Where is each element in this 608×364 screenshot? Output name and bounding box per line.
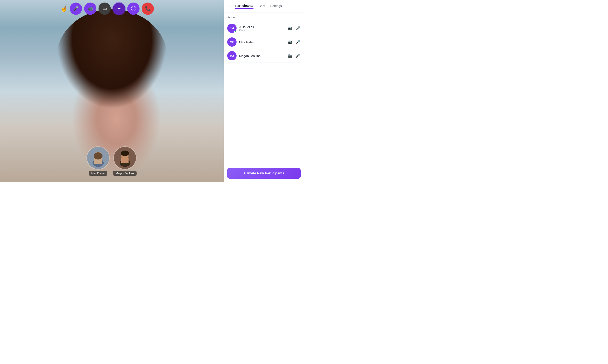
camera-icon-megan[interactable]: 📷 [288,53,293,58]
mic-icon-max[interactable]: 🎤 [295,39,301,45]
tab-chat[interactable]: Chat [259,4,265,9]
participant-info-max: Max Fisher [239,40,288,44]
end-call-button[interactable]: 📞 [142,2,154,15]
participant-info-megan: Megan Jenkins [239,54,288,58]
sidebar-panel: × Participants Chat Settings Active JM J… [224,0,304,182]
invite-plus-icon: + [244,171,246,175]
mic-button[interactable]: 🎤 [70,2,82,15]
close-sidebar-button[interactable]: × [227,3,234,9]
avatar-megan-placeholder [114,147,136,169]
screen-share-button[interactable]: ▭ [98,2,111,15]
thumbnail-name-max: Max Fisher [89,171,107,176]
tab-navigation: Participants Chat Settings [235,4,301,9]
participant-name-megan: Megan Jenkins [239,54,288,58]
svg-point-4 [94,152,103,160]
sidebar-header: × Participants Chat Settings [224,0,304,13]
participant-icons-julia: 📷 🎤 [288,26,301,31]
participant-name-julia: Julia Miles [239,25,288,29]
avatar-max-fisher: MF [227,37,236,47]
participants-list: Active JM Julia Miles Owner 📷 🎤 MF Max F… [224,13,304,165]
effects-button[interactable]: ✦ [113,2,125,15]
mic-icon-julia[interactable]: 🎤 [295,26,301,31]
online-indicator [234,31,236,33]
thumbnails-bar: Max Fisher Megan Jenkins [86,146,137,176]
tab-settings[interactable]: Settings [270,4,282,9]
mic-icon-megan[interactable]: 🎤 [295,53,301,58]
hair-decoration [56,9,168,109]
participant-row: MJ Megan Jenkins 📷 🎤 [227,49,301,63]
invite-new-participants-button[interactable]: + Invite New Participants [227,168,301,179]
thumbnail-megan-jenkins: Megan Jenkins [113,146,137,176]
participant-icons-max: 📷 🎤 [288,39,301,45]
camera-button[interactable]: 📹 [84,2,97,15]
avatar-megan-jenkins: MJ [227,51,236,60]
camera-icon-julia[interactable]: 📷 [288,26,293,31]
thumbnail-name-megan: Megan Jenkins [113,171,137,176]
participant-role-julia: Owner [239,29,288,32]
video-area: 🎤 📹 ▭ ✦ ⛶ 📞 ☝ [0,0,224,182]
section-active-label: Active [227,16,301,19]
avatar-max-placeholder [87,147,109,169]
thumbnail-avatar-max [86,146,110,169]
thumbnail-max-fisher: Max Fisher [86,146,110,176]
thumbnail-avatar-megan [113,146,137,169]
tab-participants[interactable]: Participants [235,4,253,9]
participant-row: JM Julia Miles Owner 📷 🎤 [227,22,301,35]
expand-button[interactable]: ⛶ [127,2,139,15]
avatar-initials-julia: JM [230,27,234,30]
svg-point-9 [121,151,129,156]
avatar-initials-megan: MJ [230,54,234,57]
invite-button-label: Invite New Participants [247,171,284,175]
avatar-julia-miles: JM [227,24,236,33]
participant-icons-megan: 📷 🎤 [288,53,301,58]
svg-rect-8 [121,157,128,163]
participant-name-max: Max Fisher [239,40,288,44]
participant-info-julia: Julia Miles Owner [239,25,288,32]
avatar-initials-max: MF [230,40,234,44]
participant-row: MF Max Fisher 📷 🎤 [227,35,301,49]
camera-icon-max[interactable]: 📷 [288,39,293,45]
controls-bar: 🎤 📹 ▭ ✦ ⛶ 📞 [70,2,154,15]
